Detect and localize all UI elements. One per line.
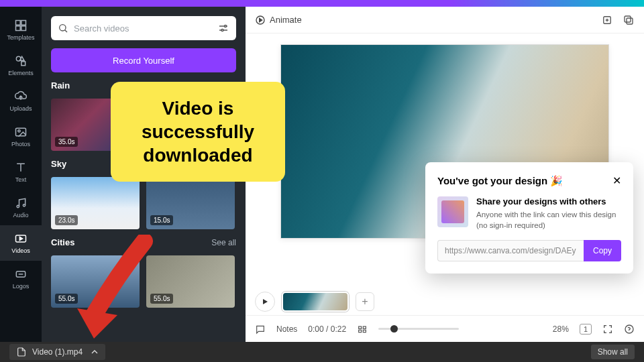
animate-label: Animate bbox=[270, 15, 302, 25]
add-clip-button[interactable]: + bbox=[356, 292, 374, 311]
svg-rect-3 bbox=[21, 26, 26, 31]
svg-rect-17 bbox=[625, 16, 631, 22]
text-icon bbox=[14, 161, 28, 174]
elements-icon bbox=[14, 54, 28, 68]
rail-logos[interactable]: Logos bbox=[0, 261, 42, 296]
adjustments-icon[interactable] bbox=[217, 22, 229, 34]
animate-icon bbox=[255, 15, 266, 25]
rail-uploads[interactable]: Uploads bbox=[0, 83, 42, 119]
audio-icon bbox=[14, 196, 28, 210]
rail-audio[interactable]: Audio bbox=[0, 190, 42, 225]
search-input[interactable] bbox=[74, 23, 212, 34]
svg-point-14 bbox=[221, 29, 223, 32]
rail-videos[interactable]: Videos bbox=[0, 225, 42, 261]
rail-elements[interactable]: Elements bbox=[0, 48, 42, 83]
grid-view-icon[interactable] bbox=[357, 324, 368, 335]
svg-point-9 bbox=[23, 204, 25, 206]
share-title: Share your designs with others bbox=[476, 196, 621, 206]
zoom-slider[interactable] bbox=[378, 328, 459, 330]
duplicate-icon[interactable] bbox=[623, 14, 635, 26]
svg-point-12 bbox=[60, 25, 66, 31]
rail-label: Photos bbox=[11, 141, 30, 147]
file-icon bbox=[16, 347, 27, 357]
rail-text[interactable]: Text bbox=[0, 154, 42, 190]
svg-rect-0 bbox=[16, 21, 21, 25]
annotation-callout: Video is successfully downloaded bbox=[111, 82, 285, 182]
logos-icon bbox=[14, 267, 28, 281]
help-icon[interactable] bbox=[624, 324, 635, 335]
download-success-popup: You've got your design 🎉 ✕ Share your de… bbox=[425, 162, 633, 274]
video-thumb[interactable]: 15.0s bbox=[146, 177, 235, 229]
canvas-area: Animate + Notes 0:00 / 0:22 28% 1 bbox=[246, 7, 644, 342]
top-gradient-bar bbox=[0, 0, 644, 7]
play-button[interactable] bbox=[255, 292, 275, 312]
page-indicator[interactable]: 1 bbox=[580, 324, 592, 335]
share-link-input[interactable] bbox=[437, 240, 584, 261]
download-filename: Video (1).mp4 bbox=[32, 347, 83, 357]
popup-title: You've got your design 🎉 bbox=[437, 175, 563, 187]
videos-icon bbox=[14, 232, 28, 245]
play-icon bbox=[261, 298, 269, 306]
left-rail: Templates Elements Uploads Photos Text A… bbox=[0, 7, 42, 342]
copy-button[interactable]: Copy bbox=[584, 240, 621, 261]
rail-label: Audio bbox=[13, 212, 28, 219]
rail-label: Templates bbox=[7, 34, 34, 41]
duration-badge: 23.0s bbox=[55, 215, 78, 225]
templates-icon bbox=[14, 19, 28, 32]
annotation-arrow bbox=[70, 235, 158, 342]
see-all-link[interactable]: See all bbox=[211, 238, 236, 247]
timeline: + bbox=[246, 288, 644, 315]
svg-point-8 bbox=[17, 205, 19, 207]
rail-label: Uploads bbox=[9, 105, 32, 112]
share-illustration bbox=[437, 196, 468, 227]
rail-label: Videos bbox=[11, 247, 30, 254]
chevron-up-icon[interactable] bbox=[89, 347, 100, 357]
record-yourself-button[interactable]: Record Yourself bbox=[51, 48, 236, 72]
share-description: Anyone with the link can view this desig… bbox=[476, 209, 621, 231]
svg-rect-5 bbox=[21, 62, 25, 66]
duration-badge: 15.0s bbox=[150, 215, 173, 225]
rail-label: Text bbox=[15, 176, 27, 183]
svg-rect-19 bbox=[359, 326, 362, 328]
svg-point-7 bbox=[18, 130, 20, 132]
canvas-top-bar: Animate bbox=[246, 7, 644, 34]
video-thumb[interactable]: 23.0s bbox=[51, 177, 140, 229]
svg-point-13 bbox=[225, 25, 227, 27]
rail-photos[interactable]: Photos bbox=[0, 119, 42, 154]
svg-rect-21 bbox=[359, 330, 362, 332]
rail-label: Elements bbox=[8, 70, 34, 76]
animate-button[interactable]: Animate bbox=[255, 15, 302, 25]
svg-rect-22 bbox=[363, 330, 366, 332]
video-thumb[interactable]: 55.0s bbox=[146, 255, 235, 308]
notes-icon[interactable] bbox=[255, 324, 266, 335]
svg-rect-2 bbox=[16, 26, 21, 31]
section-title: Rain bbox=[51, 80, 70, 90]
fullscreen-icon[interactable] bbox=[602, 324, 613, 335]
search-icon bbox=[58, 23, 68, 34]
zoom-percent[interactable]: 28% bbox=[553, 324, 569, 334]
photos-icon bbox=[14, 125, 28, 139]
download-item[interactable]: Video (1).mp4 bbox=[9, 344, 105, 360]
rail-templates[interactable]: Templates bbox=[0, 12, 42, 48]
notes-label[interactable]: Notes bbox=[276, 324, 297, 334]
time-display: 0:00 / 0:22 bbox=[308, 324, 346, 334]
search-input-wrap[interactable] bbox=[51, 16, 236, 40]
timeline-clip[interactable] bbox=[282, 292, 349, 312]
close-icon[interactable]: ✕ bbox=[612, 174, 621, 187]
uploads-icon bbox=[14, 90, 28, 103]
browser-download-bar: Video (1).mp4 Show all bbox=[0, 342, 644, 362]
rail-label: Logos bbox=[13, 283, 30, 290]
section-title: Sky bbox=[51, 159, 66, 169]
bottom-bar: Notes 0:00 / 0:22 28% 1 bbox=[246, 315, 644, 342]
add-page-icon[interactable] bbox=[601, 14, 613, 26]
svg-rect-18 bbox=[627, 18, 633, 24]
svg-rect-1 bbox=[21, 21, 26, 25]
svg-rect-20 bbox=[363, 326, 366, 328]
show-all-button[interactable]: Show all bbox=[591, 345, 635, 359]
duration-badge: 35.0s bbox=[55, 137, 78, 147]
